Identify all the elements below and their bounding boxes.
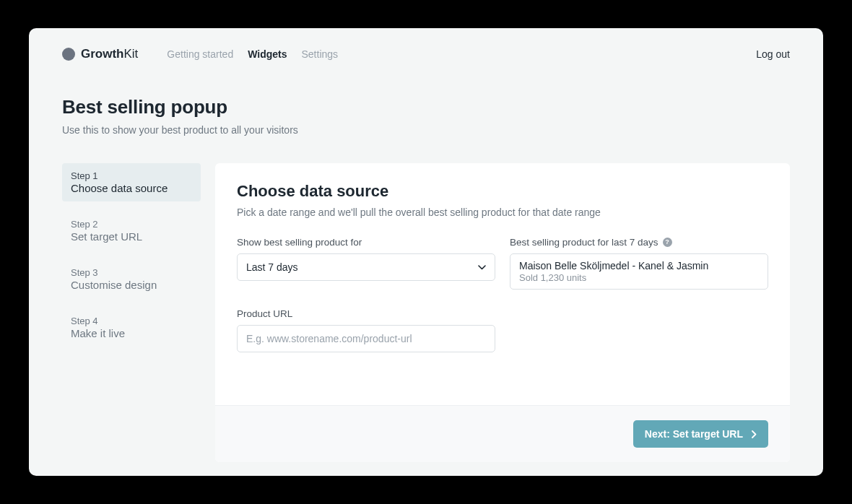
result-label: Best selling product for last 7 days ?	[510, 237, 768, 248]
step-make-it-live[interactable]: Step 4 Make it live	[62, 308, 201, 347]
form-row-url: Product URL	[237, 308, 768, 352]
step-choose-data-source[interactable]: Step 1 Choose data source	[62, 163, 201, 201]
next-button[interactable]: Next: Set target URL	[633, 420, 768, 448]
chevron-down-icon	[478, 265, 486, 270]
main-panel: Choose data source Pick a date range and…	[215, 163, 790, 462]
brand-logo-icon	[62, 48, 75, 61]
topbar: GrowthKit Getting started Widgets Settin…	[29, 28, 823, 67]
page-title: Best selling popup	[62, 96, 790, 118]
product-url-col: Product URL	[237, 308, 495, 352]
step-num: Step 4	[71, 316, 192, 326]
step-num: Step 2	[71, 219, 192, 230]
nav-settings[interactable]: Settings	[302, 48, 339, 60]
product-url-input[interactable]	[237, 325, 495, 352]
page-subtitle: Use this to show your best product to al…	[62, 124, 790, 136]
step-customise-design[interactable]: Step 3 Customise design	[62, 260, 201, 298]
step-label: Set target URL	[71, 230, 192, 243]
app-window: GrowthKit Getting started Widgets Settin…	[29, 28, 823, 476]
spacer	[510, 308, 768, 352]
nav-widgets[interactable]: Widgets	[248, 48, 287, 60]
step-num: Step 1	[71, 170, 192, 181]
help-icon[interactable]: ?	[663, 238, 672, 247]
panel-body: Choose data source Pick a date range and…	[215, 163, 790, 405]
panel-subtitle: Pick a date range and we'll pull the ove…	[237, 207, 768, 218]
topbar-left: GrowthKit Getting started Widgets Settin…	[62, 47, 338, 61]
result-label-text: Best selling product for last 7 days	[510, 237, 658, 248]
step-label: Make it live	[71, 327, 192, 339]
step-num: Step 3	[71, 267, 192, 278]
brand-name: GrowthKit	[81, 47, 138, 61]
date-range-col: Show best selling product for Last 7 day…	[237, 237, 495, 290]
product-url-label: Product URL	[237, 308, 495, 319]
chevron-right-icon	[752, 430, 757, 438]
primary-nav: Getting started Widgets Settings	[167, 48, 338, 60]
panel-footer: Next: Set target URL	[215, 405, 790, 462]
logout-link[interactable]: Log out	[756, 48, 790, 60]
content: Step 1 Choose data source Step 2 Set tar…	[29, 136, 823, 462]
step-label: Customise design	[71, 279, 192, 291]
result-col: Best selling product for last 7 days ? M…	[510, 237, 768, 290]
page-header: Best selling popup Use this to show your…	[29, 67, 823, 136]
step-label: Choose data source	[71, 182, 192, 194]
brand[interactable]: GrowthKit	[62, 47, 138, 61]
date-range-value: Last 7 days	[246, 261, 298, 273]
steps-sidebar: Step 1 Choose data source Step 2 Set tar…	[62, 163, 201, 462]
result-units-sold: Sold 1,230 units	[519, 272, 759, 283]
nav-getting-started[interactable]: Getting started	[167, 48, 233, 60]
date-range-select[interactable]: Last 7 days	[237, 253, 495, 281]
best-selling-result: Maison Belle Sköljmedel - Kanel & Jasmin…	[510, 253, 768, 290]
next-button-label: Next: Set target URL	[645, 428, 743, 440]
step-set-target-url[interactable]: Step 2 Set target URL	[62, 212, 201, 250]
result-product-name: Maison Belle Sköljmedel - Kanel & Jasmin	[519, 260, 759, 271]
form-row-top: Show best selling product for Last 7 day…	[237, 237, 768, 290]
panel-title: Choose data source	[237, 182, 768, 201]
date-range-label: Show best selling product for	[237, 237, 495, 248]
